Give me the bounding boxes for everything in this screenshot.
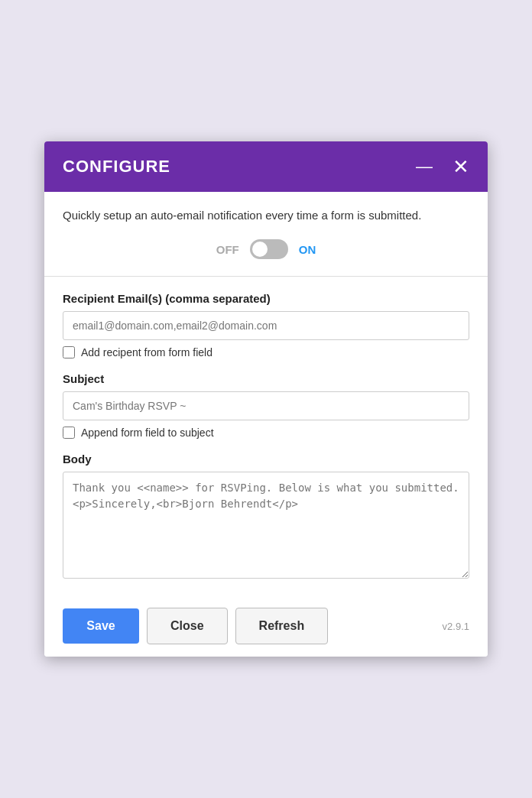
body-label: Body xyxy=(63,453,469,466)
body-section: Body xyxy=(63,453,469,582)
subject-checkbox-label: Append form field to subject xyxy=(81,427,214,439)
dialog-header: CONFIGURE — ✕ xyxy=(44,141,488,192)
minimize-icon[interactable]: — xyxy=(411,157,437,177)
save-button[interactable]: Save xyxy=(63,608,139,644)
description-text: Quickly setup an auto-email notification… xyxy=(63,207,469,225)
dialog-title: CONFIGURE xyxy=(63,157,170,177)
version-text: v2.9.1 xyxy=(443,621,469,632)
recipient-checkbox[interactable] xyxy=(63,346,75,358)
dialog-footer: Save Close Refresh v2.9.1 xyxy=(44,595,488,657)
dialog-body: Quickly setup an auto-email notification… xyxy=(44,192,488,582)
toggle-off-label: OFF xyxy=(216,243,239,256)
close-icon[interactable]: ✕ xyxy=(453,157,469,177)
toggle-row: OFF ON xyxy=(63,239,469,259)
toggle-switch[interactable] xyxy=(250,239,288,259)
subject-input[interactable] xyxy=(63,391,469,420)
subject-label: Subject xyxy=(63,372,469,385)
toggle-slider[interactable] xyxy=(250,239,288,259)
recipient-email-input[interactable] xyxy=(63,311,469,340)
close-button[interactable]: Close xyxy=(147,608,228,644)
configure-dialog: CONFIGURE — ✕ Quickly setup an auto-emai… xyxy=(44,141,488,657)
section-divider xyxy=(44,276,488,277)
subject-checkbox[interactable] xyxy=(63,427,75,439)
recipient-email-label: Recipient Email(s) (comma separated) xyxy=(63,292,469,305)
recipient-checkbox-label: Add recipent from form field xyxy=(81,346,212,358)
recipient-email-section: Recipient Email(s) (comma separated) Add… xyxy=(63,292,469,358)
subject-section: Subject Append form field to subject xyxy=(63,372,469,439)
refresh-button[interactable]: Refresh xyxy=(235,608,329,644)
body-textarea[interactable] xyxy=(63,472,469,579)
header-controls: — ✕ xyxy=(411,157,469,177)
toggle-on-label: ON xyxy=(299,243,316,256)
subject-checkbox-row: Append form field to subject xyxy=(63,427,469,439)
recipient-checkbox-row: Add recipent from form field xyxy=(63,346,469,358)
